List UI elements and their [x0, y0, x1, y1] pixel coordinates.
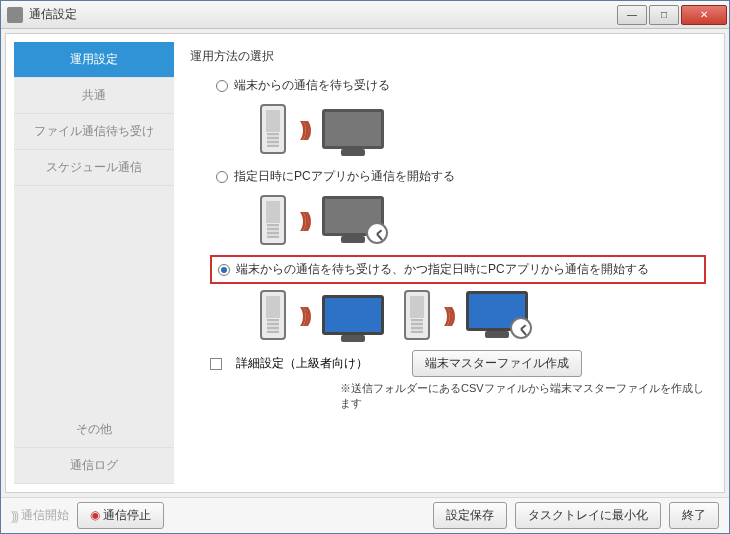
- section-title: 運用方法の選択: [190, 48, 706, 65]
- signal-icon: ))): [444, 304, 452, 327]
- window-title: 通信設定: [29, 6, 615, 23]
- comm-stop-label: 通信停止: [103, 508, 151, 522]
- comm-stop-button[interactable]: ◉ 通信停止: [77, 502, 164, 529]
- footer: ))) 通信開始 ◉ 通信停止 設定保存 タスクトレイに最小化 終了: [1, 497, 729, 533]
- advanced-checkbox[interactable]: [210, 358, 222, 370]
- minimize-window-button[interactable]: —: [617, 5, 647, 25]
- option-wait-terminal[interactable]: 端末からの通信を待ち受ける: [210, 73, 706, 98]
- app-window: 通信設定 — □ ✕ 運用設定 共通 ファイル通信待ち受け スケジュール通信 そ…: [0, 0, 730, 534]
- window-controls: — □ ✕: [615, 5, 727, 25]
- phone-icon: [404, 290, 430, 340]
- phone-icon: [260, 195, 286, 245]
- monitor-clock-group: [322, 196, 388, 244]
- titlebar: 通信設定 — □ ✕: [1, 1, 729, 29]
- comm-start-label: 通信開始: [21, 507, 69, 524]
- clock-icon: [366, 222, 388, 244]
- clock-icon: [510, 317, 532, 339]
- sidebar: 運用設定 共通 ファイル通信待ち受け スケジュール通信 その他 通信ログ: [14, 42, 174, 484]
- maximize-window-button[interactable]: □: [649, 5, 679, 25]
- option-both[interactable]: 端末からの通信を待ち受ける、かつ指定日時にPCアプリから通信を開始する: [210, 255, 706, 284]
- monitor-icon: [322, 109, 384, 149]
- option-label: 指定日時にPCアプリから通信を開始する: [234, 168, 455, 185]
- comm-start-status: ))) 通信開始: [11, 507, 69, 524]
- app-icon: [7, 7, 23, 23]
- sidebar-item-schedule[interactable]: スケジュール通信: [14, 150, 174, 186]
- phone-icon: [260, 104, 286, 154]
- stop-icon: ◉: [90, 508, 100, 522]
- radio-icon: [218, 264, 230, 276]
- signal-small-icon: ))): [11, 509, 17, 523]
- advanced-row: 詳細設定（上級者向け） 端末マスターファイル作成: [210, 350, 706, 377]
- radio-icon: [216, 171, 228, 183]
- main-body: 運用設定 共通 ファイル通信待ち受け スケジュール通信 その他 通信ログ 運用方…: [5, 33, 725, 493]
- sidebar-item-common[interactable]: 共通: [14, 78, 174, 114]
- exit-button[interactable]: 終了: [669, 502, 719, 529]
- sidebar-item-log[interactable]: 通信ログ: [14, 448, 174, 484]
- illustration-2: ))): [260, 195, 706, 245]
- close-window-button[interactable]: ✕: [681, 5, 727, 25]
- sidebar-item-operation[interactable]: 運用設定: [14, 42, 174, 78]
- signal-icon: ))): [300, 118, 308, 141]
- illustration-3: ))) ))): [260, 290, 706, 340]
- signal-icon: ))): [300, 304, 308, 327]
- minimize-tray-button[interactable]: タスクトレイに最小化: [515, 502, 661, 529]
- radio-icon: [216, 80, 228, 92]
- option-scheduled-pc[interactable]: 指定日時にPCアプリから通信を開始する: [210, 164, 706, 189]
- content-panel: 運用方法の選択 端末からの通信を待ち受ける ))) 指定日時にPCアプリから通信…: [180, 42, 716, 484]
- sidebar-item-file-comm[interactable]: ファイル通信待ち受け: [14, 114, 174, 150]
- save-settings-button[interactable]: 設定保存: [433, 502, 507, 529]
- illustration-1: ))): [260, 104, 706, 154]
- option-label: 端末からの通信を待ち受ける、かつ指定日時にPCアプリから通信を開始する: [236, 261, 649, 278]
- advanced-label: 詳細設定（上級者向け）: [236, 355, 368, 372]
- monitor-icon: [322, 295, 384, 335]
- signal-icon: ))): [300, 209, 308, 232]
- sidebar-item-other[interactable]: その他: [14, 412, 174, 448]
- option-label: 端末からの通信を待ち受ける: [234, 77, 390, 94]
- master-note: ※送信フォルダーにあるCSVファイルから端末マスターファイルを作成します: [340, 381, 706, 411]
- phone-icon: [260, 290, 286, 340]
- create-master-button[interactable]: 端末マスターファイル作成: [412, 350, 582, 377]
